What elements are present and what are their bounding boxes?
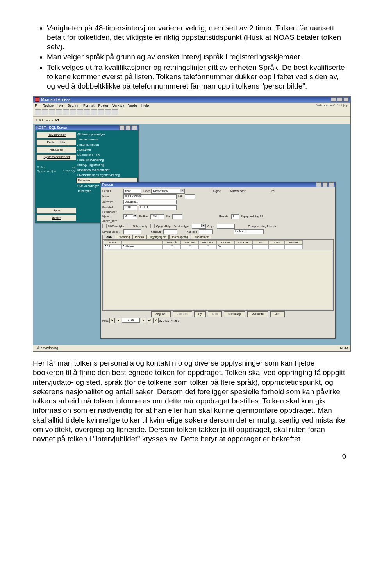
- toolbar-button[interactable]: [70, 109, 76, 115]
- fra-input[interactable]: [172, 214, 182, 219]
- grid-cell-eesats[interactable]: [285, 245, 303, 249]
- menubar[interactable]: Fil Rediger Vis Sett inn Format Poster V…: [33, 103, 350, 108]
- lukk-button[interactable]: Lukk: [270, 311, 285, 317]
- oversettel-button[interactable]: Oversettel: [247, 311, 268, 317]
- minimize-icon[interactable]: [331, 97, 336, 102]
- nav-position[interactable]: 1415: [122, 318, 140, 323]
- klistrelapp-button[interactable]: Klistrelapp: [224, 311, 245, 317]
- restore-icon[interactable]: [125, 125, 131, 130]
- menu-vindu[interactable]: Vindu: [128, 103, 137, 107]
- kost-list-item[interactable]: 48 timers prosedyre: [76, 132, 138, 137]
- kost-list-item[interactable]: Fremkonovertøring: [76, 157, 138, 162]
- kost-list-item[interactable]: Oversettelse av egenerklæring: [76, 172, 138, 178]
- reisetid-input[interactable]: 1: [231, 214, 239, 219]
- nav-first-button[interactable]: I◂: [109, 318, 115, 323]
- tab-tolkeomrade[interactable]: Tolkeområde: [191, 235, 211, 239]
- grid-cell-tolk[interactable]: [253, 245, 269, 249]
- close-icon[interactable]: [132, 125, 137, 130]
- kalender-input[interactable]: [163, 229, 177, 234]
- toolbar-button[interactable]: [91, 109, 97, 115]
- init-input[interactable]: [185, 194, 195, 199]
- nav-new-button[interactable]: ▸*: [153, 318, 159, 323]
- kontornr-input[interactable]: [199, 229, 213, 234]
- kost-list-item[interactable]: Advokat turnus: [76, 137, 138, 142]
- nav-next-button[interactable]: ▸: [141, 318, 146, 323]
- tab-sprak[interactable]: Språk: [102, 235, 114, 239]
- adresse-input[interactable]: Oslogata 1: [123, 200, 177, 204]
- toolbar-button[interactable]: [42, 109, 48, 115]
- menu-format[interactable]: Format: [83, 103, 95, 107]
- kost-list-item[interactable]: EE booking - Ny: [76, 152, 138, 157]
- leverandornr-input[interactable]: [123, 229, 141, 234]
- kost-list-item[interactable]: Intervju registrering: [76, 162, 138, 167]
- minimize-icon[interactable]: [316, 182, 321, 187]
- tab-tilgjengelighet[interactable]: Tilgjengelighet: [146, 235, 169, 239]
- kost-list-item[interactable]: Ankomst import: [76, 142, 138, 147]
- toolbar-button[interactable]: [112, 109, 118, 115]
- menu-vis[interactable]: Vis: [59, 103, 63, 107]
- selvstendig-checkbox[interactable]: [127, 224, 131, 228]
- menu-verktoy[interactable]: Verktøy: [112, 103, 124, 107]
- tab-tolkeoppdrag[interactable]: Tolkeoppdrag: [169, 235, 190, 239]
- fodt-input[interactable]: 1950: [150, 214, 164, 219]
- poststed-input[interactable]: OSLO: [139, 205, 177, 210]
- side-apne-button[interactable]: Åpne: [36, 208, 77, 214]
- besoksadr-label: Besøksadr.:: [102, 211, 122, 213]
- menu-rediger[interactable]: Rediger: [43, 103, 55, 107]
- oppgpliktig-checkbox[interactable]: [150, 224, 155, 228]
- grid-cell-morsmal-check[interactable]: ☑: [163, 245, 181, 249]
- postnr-input[interactable]: 0110: [123, 205, 138, 210]
- tab-utdanning[interactable]: Utdanning: [115, 235, 132, 239]
- une-checkbox[interactable]: [102, 224, 107, 228]
- minimize-icon[interactable]: [119, 125, 125, 130]
- orgnr-input[interactable]: [217, 224, 235, 229]
- kost-list-item[interactable]: Asylsøker: [76, 147, 138, 152]
- angisok-button[interactable]: Angi søk: [151, 311, 170, 317]
- persid-input[interactable]: 2935: [123, 189, 141, 194]
- page-number: 9: [33, 453, 346, 461]
- nav-last-button[interactable]: ▸I: [147, 318, 152, 323]
- grid-cell-tfkval[interactable]: 5a: [217, 245, 235, 249]
- side-rapporter[interactable]: Rapporter: [36, 147, 77, 153]
- toolbar-button[interactable]: [98, 109, 104, 115]
- popup-intervju-label: Popup melding Intervju:: [248, 225, 277, 227]
- menu-poster[interactable]: Poster: [98, 103, 108, 107]
- grid-cell-sprakcode[interactable]: ACE: [104, 245, 121, 249]
- side-hovedrutiner[interactable]: Hovedrutiner: [36, 132, 77, 138]
- toolbar-button[interactable]: [105, 109, 111, 115]
- grid-cell-aktovs-check[interactable]: ☐: [199, 245, 217, 249]
- restore-icon[interactable]: [337, 97, 343, 102]
- tab-praksis[interactable]: Praksis: [132, 235, 146, 239]
- type-combo[interactable]: Tolk/Overset.: [151, 189, 185, 194]
- window-buttons: [331, 97, 349, 102]
- kost-list-item[interactable]: Mottak av oversettelser: [76, 167, 138, 172]
- close-icon[interactable]: [343, 97, 349, 102]
- menu-settinn[interactable]: Sett inn: [67, 103, 79, 107]
- kjonn-combo[interactable]: M: [123, 214, 138, 219]
- navn-input[interactable]: Tolk Eksempel: [123, 194, 177, 199]
- grid-cell-overs[interactable]: [269, 245, 285, 249]
- close-icon[interactable]: [329, 182, 334, 187]
- side-avslutt-button[interactable]: Avslutt: [36, 215, 77, 221]
- help-search[interactable]: Skriv spørsmål for hjelp: [315, 103, 348, 107]
- toolbar-button[interactable]: [84, 109, 90, 115]
- menu-fil[interactable]: Fil: [35, 103, 39, 107]
- ny-button[interactable]: Ny: [194, 311, 206, 317]
- toolbar-button[interactable]: [77, 109, 83, 115]
- toolbar-button[interactable]: [63, 109, 69, 115]
- side-systemvedlikehold[interactable]: Systemvedlikehold: [36, 154, 77, 160]
- format-fku[interactable]: F K U: [36, 118, 44, 122]
- menu-hjelp[interactable]: Hjelp: [141, 103, 149, 107]
- type-label: Type:: [143, 190, 150, 192]
- toolbar-button[interactable]: [35, 109, 41, 115]
- grid-cell-akttolk-check[interactable]: ☑: [181, 245, 199, 249]
- foretakstype-combo[interactable]: [192, 224, 206, 229]
- toolbar-button[interactable]: [49, 109, 55, 115]
- grid-cell-ovkval[interactable]: [235, 245, 253, 249]
- nav-prev-button[interactable]: ◂: [116, 318, 121, 323]
- grid-cell-sprakname[interactable]: Achinese: [121, 245, 163, 249]
- side-faste-registre[interactable]: Faste registre: [36, 139, 77, 146]
- toolbar-button[interactable]: [56, 109, 62, 115]
- restore-icon[interactable]: [322, 182, 328, 187]
- popup-intervju-input[interactable]: for Aceh: [234, 229, 264, 234]
